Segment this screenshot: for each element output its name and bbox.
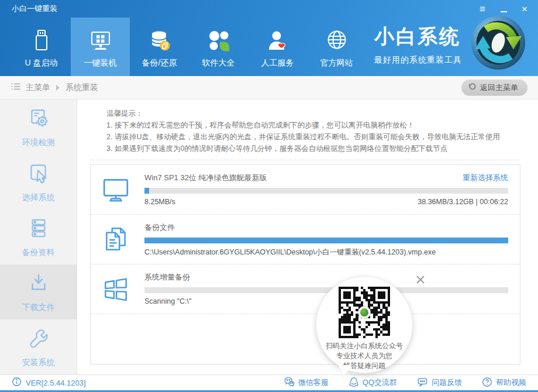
close-window-icon[interactable]: × bbox=[519, 4, 530, 14]
help-video-link[interactable]: 帮助视频 bbox=[482, 376, 526, 389]
header: 小白一键重装 ≡ × U 盘启动 bbox=[0, 0, 538, 76]
incremental-backup-section: 系统增量备份 Scanning "C:\" bbox=[91, 264, 520, 314]
tips-block: 温馨提示： 1. 接下来的过程无需您的干预，程序会帮助您自动完成剩下的步骤，您可… bbox=[106, 108, 520, 154]
usb-drive-icon bbox=[29, 25, 54, 57]
brand-logo-icon bbox=[470, 15, 526, 71]
windows-logo-icon bbox=[101, 271, 130, 308]
download-progressbar bbox=[144, 188, 508, 194]
divider bbox=[90, 160, 520, 160]
brand: 小白系统 最好用的系统重装工具 bbox=[374, 23, 462, 66]
nav-label: 备份/还原 bbox=[142, 58, 177, 68]
backup-data-icon bbox=[26, 216, 51, 242]
footer-link-label: 问题反馈 bbox=[432, 377, 462, 388]
nav-label: 人工服务 bbox=[261, 58, 294, 68]
download-files-icon bbox=[26, 271, 51, 297]
main-content: 温馨提示： 1. 接下来的过程无需您的干预，程序会帮助您自动完成剩下的步骤，您可… bbox=[77, 99, 538, 374]
select-system-icon bbox=[26, 161, 51, 187]
sidebar-item-select-system[interactable]: 选择系统 bbox=[0, 154, 77, 209]
incremental-status: Scanning "C:\" bbox=[144, 297, 191, 308]
nav-label: 软件大全 bbox=[202, 58, 235, 68]
sidebar-item-label: 选择系统 bbox=[22, 192, 55, 203]
minimize-icon[interactable] bbox=[498, 4, 509, 14]
nav-item-one-click-install[interactable]: 一键装机 bbox=[71, 18, 130, 76]
qr-caption-line: 解答疑难问题 bbox=[316, 361, 412, 371]
version-info: VER[2.5.44.1203] bbox=[12, 377, 86, 388]
breadcrumb-root[interactable]: 主菜单 bbox=[26, 82, 50, 93]
backup-file-title: 备份文件 bbox=[144, 222, 175, 233]
qr-bubble: 扫码关注小白系统公众号 专业技术人员为您 解答疑难问题 bbox=[316, 276, 413, 373]
titlebar: 小白一键重装 ≡ × bbox=[0, 0, 538, 18]
progress-panel: Win7 SP1 32位 纯净绿色旗舰最新版 重新选择系统 8.25MB/s 3… bbox=[90, 164, 520, 365]
backup-file-section: 备份文件 C:\Users\Administrator.6GYGLI5KAOYG… bbox=[91, 214, 520, 264]
nav-item-backup-restore[interactable]: 备份/还原 bbox=[130, 18, 189, 76]
help-icon bbox=[482, 377, 492, 389]
sidebar-item-install-system[interactable]: 安装系统 bbox=[0, 319, 77, 374]
software-clover-icon bbox=[206, 25, 232, 57]
nav-label: 一键装机 bbox=[84, 58, 117, 68]
nav-item-service[interactable]: 人工服务 bbox=[248, 18, 307, 76]
incremental-title: 系统增量备份 bbox=[144, 272, 190, 283]
breadcrumb-current: 系统重装 bbox=[65, 82, 98, 93]
tips-line: 3. 如果遇到下载速度为0的情况时请耐心等待几分钟，服务器会自动根据您当前网络位… bbox=[106, 143, 520, 154]
empty-section bbox=[91, 314, 520, 364]
window-title: 小白一键重装 bbox=[12, 4, 57, 14]
download-speed: 8.25MB/s bbox=[144, 198, 175, 208]
qr-bubble-tail bbox=[338, 365, 352, 378]
app-window: 小白一键重装 ≡ × U 盘启动 bbox=[0, 0, 538, 392]
qr-caption: 扫码关注小白系统公众号 专业技术人员为您 解答疑难问题 bbox=[316, 341, 412, 371]
install-system-icon bbox=[26, 326, 51, 352]
backup-progress-fill bbox=[144, 238, 508, 243]
download-section: Win7 SP1 32位 纯净绿色旗舰最新版 重新选择系统 8.25MB/s 3… bbox=[91, 165, 520, 214]
sidebar-item-label: 环境检测 bbox=[22, 137, 55, 148]
info-icon bbox=[12, 377, 22, 388]
backup-file-path: C:\Users\Administrator.6GYGLI5KAOYGIIL\D… bbox=[144, 247, 436, 258]
sidebar-item-download-files[interactable]: 下载文件 bbox=[0, 264, 77, 319]
tips-line: 2. 请拔掉U盘、移动硬盘，退出光驱内的光盘，并保证系统重装过程不断电。否则重装… bbox=[106, 131, 520, 143]
sidebar: 环境检测 选择系统 bbox=[0, 99, 77, 374]
back-to-main-menu-button[interactable]: 返回主菜单 bbox=[461, 80, 527, 95]
nav-label: U 盘启动 bbox=[25, 58, 58, 68]
sidebar-item-label: 安装系统 bbox=[22, 357, 55, 368]
qr-center-logo-icon bbox=[358, 306, 371, 319]
reselect-system-link[interactable]: 重新选择系统 bbox=[463, 173, 508, 183]
breadcrumb-separator-icon bbox=[56, 85, 60, 91]
wechat-icon bbox=[284, 376, 295, 389]
person-service-icon bbox=[265, 25, 291, 57]
sidebar-item-label: 下载文件 bbox=[22, 302, 55, 313]
version-label: VER[2.5.44.1203] bbox=[26, 379, 86, 387]
backup-progressbar bbox=[144, 238, 508, 243]
nav-item-website[interactable]: 官方网站 bbox=[307, 18, 366, 76]
feedback-bubble-icon bbox=[417, 376, 428, 389]
sidebar-item-env-check[interactable]: 环境检测 bbox=[0, 99, 77, 154]
qr-code bbox=[339, 287, 390, 338]
tips-title: 温馨提示： bbox=[106, 108, 520, 119]
nav-label: 官方网站 bbox=[320, 58, 353, 68]
nav-item-usb-boot[interactable]: U 盘启动 bbox=[12, 18, 71, 76]
nav-item-software[interactable]: 软件大全 bbox=[189, 18, 248, 76]
back-arrow-icon bbox=[467, 82, 476, 93]
monitor-install-icon bbox=[88, 25, 113, 57]
brand-name: 小白系统 bbox=[374, 23, 462, 50]
qr-caption-line: 扫码关注小白系统公众号 bbox=[316, 341, 412, 351]
backup-restore-icon bbox=[147, 25, 173, 57]
download-stats: 38.36MB/3.12GB | 00:06:22 bbox=[418, 198, 508, 208]
monitor-icon bbox=[101, 172, 130, 208]
download-progress-fill bbox=[144, 188, 149, 194]
back-button-label: 返回主菜单 bbox=[480, 82, 518, 93]
footer-link-label: 帮助视频 bbox=[496, 377, 526, 388]
qr-close-icon[interactable] bbox=[415, 274, 426, 285]
list-icon bbox=[11, 81, 21, 94]
menu-icon[interactable]: ≡ bbox=[477, 4, 488, 14]
qr-popup: 扫码关注小白系统公众号 专业技术人员为您 解答疑难问题 bbox=[316, 276, 414, 386]
environment-check-icon bbox=[26, 106, 51, 132]
sidebar-item-label: 备份资料 bbox=[22, 247, 55, 258]
brand-tagline: 最好用的系统重装工具 bbox=[374, 55, 462, 66]
sidebar-item-backup-data[interactable]: 备份资料 bbox=[0, 209, 77, 264]
tips-line: 1. 接下来的过程无需您的干预，程序会帮助您自动完成剩下的步骤，您可以离开电脑稍… bbox=[106, 119, 520, 131]
documents-icon bbox=[101, 222, 130, 258]
globe-website-icon bbox=[324, 25, 350, 57]
feedback-link[interactable]: 问题反馈 bbox=[417, 376, 462, 389]
qr-caption-line: 专业技术人员为您 bbox=[316, 351, 412, 361]
breadcrumb-bar: 主菜单 系统重装 返回主菜单 bbox=[0, 76, 538, 99]
status-bar: VER[2.5.44.1203] 微信客服 bbox=[0, 374, 538, 392]
